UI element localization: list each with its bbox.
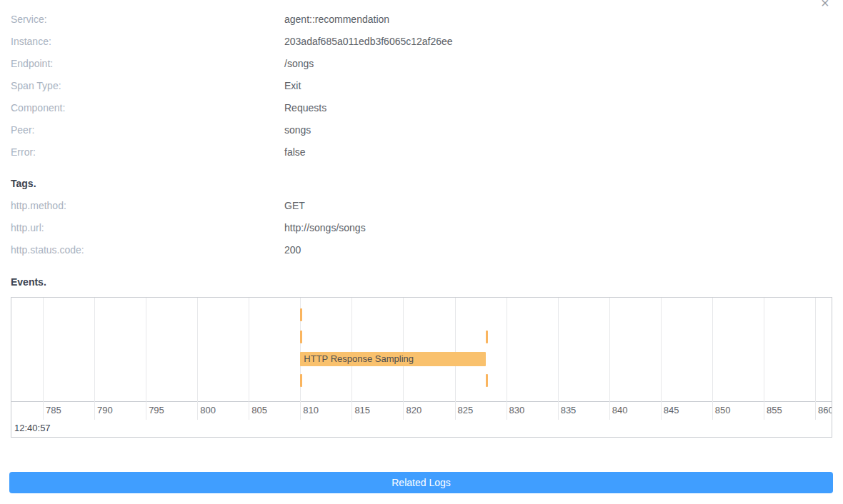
- field-value: songs: [284, 119, 311, 141]
- axis-tick-label: 855: [767, 405, 782, 415]
- tag-row-http-url: http.url: http://songs/songs: [11, 217, 832, 239]
- axis-tick-label: 825: [458, 405, 474, 415]
- field-value: Requests: [284, 97, 326, 119]
- tag-label: http.url:: [11, 217, 284, 239]
- tag-row-http-method: http.method: GET: [11, 195, 832, 217]
- field-label: Service:: [11, 9, 284, 31]
- field-row-endpoint: Endpoint: /songs: [11, 53, 832, 75]
- tag-label: http.status.code:: [11, 239, 284, 261]
- gridline: [94, 298, 95, 420]
- event-bar[interactable]: HTTP Response Sampling: [300, 352, 485, 366]
- axis-tick-label: 850: [715, 405, 731, 415]
- close-icon[interactable]: ×: [821, 0, 829, 10]
- axis-tick-label: 815: [354, 405, 370, 415]
- field-row-service: Service: agent::recommendation: [11, 9, 832, 31]
- axis-tick-label: 805: [251, 405, 267, 415]
- gridline: [507, 298, 507, 420]
- gridline: [712, 298, 713, 420]
- tag-value: 200: [284, 239, 301, 261]
- field-label: Instance:: [11, 31, 284, 53]
- axis-tick-label: 800: [200, 405, 216, 415]
- axis-tick-label: 840: [612, 405, 628, 415]
- related-logs-button[interactable]: Related Logs: [9, 472, 833, 493]
- tag-value: http://songs/songs: [284, 217, 366, 239]
- field-label: Error:: [11, 141, 284, 163]
- gridline: [43, 298, 44, 420]
- gridline: [609, 298, 610, 420]
- gridline: [661, 298, 662, 420]
- axis-tick-label: 860: [818, 405, 832, 415]
- axis-tick-label: 830: [509, 405, 525, 415]
- field-label: Span Type:: [11, 75, 284, 97]
- tag-value: GET: [284, 195, 305, 217]
- gridline: [197, 298, 198, 420]
- tag-label: http.method:: [11, 195, 284, 217]
- field-label: Endpoint:: [11, 53, 284, 75]
- gridline: [249, 298, 249, 420]
- axis-tick-label: 835: [561, 405, 577, 415]
- field-label: Component:: [11, 97, 284, 119]
- axis-tick-label: 795: [149, 405, 164, 415]
- axis-tick-label: 785: [46, 405, 61, 415]
- field-value: agent::recommendation: [284, 9, 389, 31]
- axis-tick-label: 820: [406, 405, 422, 415]
- span-detail-dialog: { "dialog": { "close_glyph": "×" }, "fie…: [0, 0, 843, 504]
- event-marker: [300, 331, 302, 343]
- field-value: 203adaf685a011edb3f6065c12af26ee: [284, 31, 453, 53]
- field-label: Peer:: [11, 119, 284, 141]
- field-value: false: [284, 141, 306, 163]
- field-row-span-type: Span Type: Exit: [11, 75, 832, 97]
- field-value: Exit: [284, 75, 301, 97]
- events-chart: 12:40:57 7857907958008058108158208258308…: [11, 297, 832, 438]
- field-row-error: Error: false: [11, 141, 832, 163]
- axis-tick-label: 810: [303, 405, 319, 415]
- event-marker: [300, 374, 302, 387]
- field-row-instance: Instance: 203adaf685a011edb3f6065c12af26…: [11, 31, 832, 53]
- gridline: [815, 298, 816, 420]
- gridline: [764, 298, 764, 420]
- tag-row-http-status-code: http.status.code: 200: [11, 239, 832, 261]
- gridline: [558, 298, 559, 420]
- events-section-title: Events.: [11, 271, 832, 293]
- field-row-peer: Peer: songs: [11, 119, 832, 141]
- field-row-component: Component: Requests: [11, 97, 832, 119]
- span-details: Service: agent::recommendation Instance:…: [0, 0, 843, 438]
- axis-separator: [11, 401, 832, 402]
- event-marker: [486, 331, 488, 343]
- event-marker: [486, 374, 488, 387]
- tags-section-title: Tags.: [11, 173, 832, 195]
- gridline: [146, 298, 146, 420]
- axis-tick-label: 790: [97, 405, 113, 415]
- field-value: /songs: [284, 53, 314, 75]
- event-marker: [300, 308, 302, 321]
- axis-tick-label: 845: [664, 405, 679, 415]
- time-origin-label: 12:40:57: [14, 423, 51, 433]
